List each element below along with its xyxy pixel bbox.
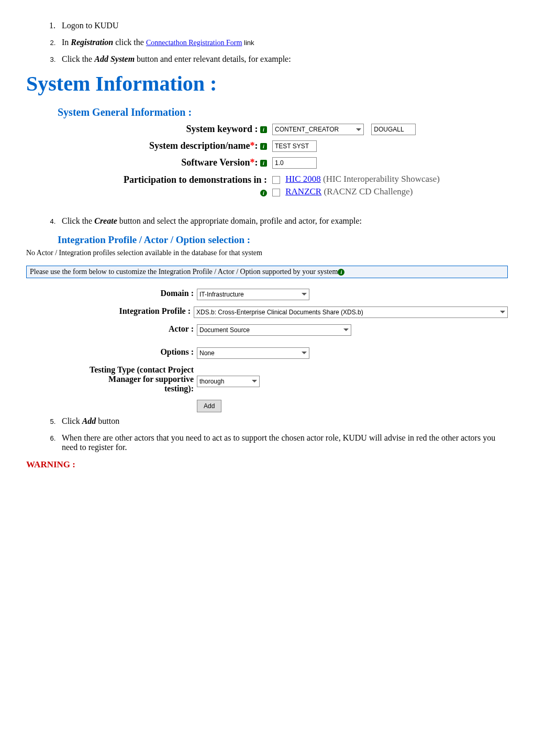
system-desc-input[interactable]: TEST SYST [272,140,317,152]
chevron-down-icon [343,328,349,331]
step-5: Click Add button [58,417,508,426]
label-options: Options : [26,347,197,357]
general-info-heading: System General Information : [58,106,508,118]
chevron-down-icon [252,380,257,382]
info-icon[interactable]: i [338,269,344,276]
software-version-input[interactable]: 1.0 [272,157,317,169]
chevron-down-icon [500,311,505,313]
label-system-keyword: System keyword : i [58,124,270,135]
info-icon[interactable]: i [260,143,267,150]
domain-select[interactable]: IT-Infrastructure [197,289,309,300]
step-6: When there are other actors that you nee… [58,433,508,452]
add-button[interactable]: Add [197,400,221,412]
ranzcr-link[interactable]: RANZCR [285,187,321,196]
info-icon[interactable]: i [260,160,267,167]
step-4: Click the Create button and select the a… [58,216,508,226]
step-1: Logon to KUDU [58,21,508,30]
info-icon[interactable]: i [260,190,267,196]
options-select[interactable]: None [197,347,309,359]
ranzcr-checkbox[interactable] [272,189,280,196]
testing-type-select[interactable]: thorough [197,376,260,387]
chevron-down-icon [302,293,307,295]
highlight-box: Please use the form below to customize t… [26,266,508,278]
hic-2008-checkbox[interactable] [272,176,280,184]
label-testing-type: Testing Type (contact Project Manager fo… [26,365,197,393]
actor-select[interactable]: Document Source [197,324,351,336]
ipa-heading: Integration Profile / Actor / Option sel… [58,234,508,246]
system-information-heading: System Information : [26,71,508,96]
demo1-label: (HIC Interoperability Showcase) [321,174,440,184]
chevron-down-icon [356,128,361,131]
hic-2008-link[interactable]: HIC 2008 [285,174,321,184]
warning-heading: WARNING : [26,459,508,470]
label-actor: Actor : [26,324,197,334]
system-keyword-text[interactable]: DOUGALL [371,124,416,135]
connectathon-link[interactable]: Connectathon Registration Form [146,39,242,47]
chevron-down-icon [302,352,307,354]
integration-profile-select[interactable]: XDS.b: Cross-Enterprise Clinical Documen… [194,306,508,318]
info-icon[interactable]: i [260,126,267,133]
system-keyword-select[interactable]: CONTENT_CREATOR [272,124,364,135]
label-integration-profile: Integration Profile : [26,306,194,316]
label-system-desc: System description/name*: i [58,140,270,151]
label-participation: Participation to demonstrations in : i [58,174,270,199]
label-domain: Domain : [26,289,197,298]
step-3: Click the Add System button and enter re… [58,54,508,64]
step-2: In Registration click the Connectathon R… [58,38,508,47]
label-software-version: Software Version*: i [58,157,270,168]
no-actor-message: No Actor / Integration profiles selectio… [26,249,508,257]
demo2-label: (RACNZ CD Challenge) [321,187,413,196]
